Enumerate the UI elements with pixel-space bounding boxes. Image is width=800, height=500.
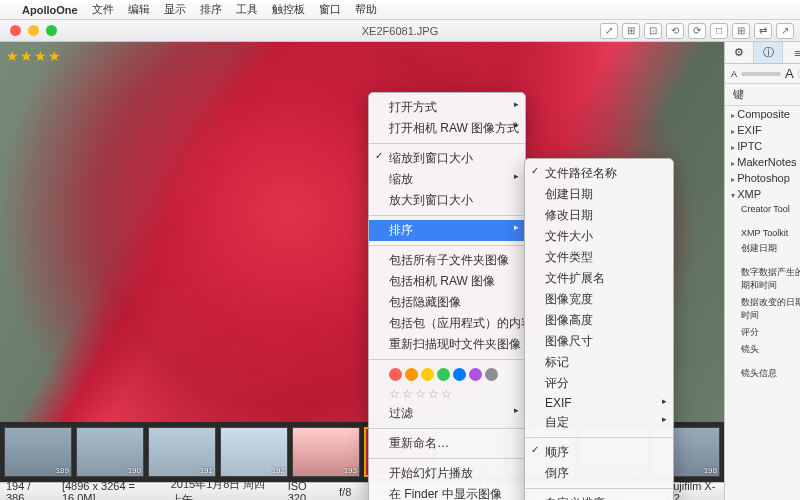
font-size-large-icon[interactable]: A	[785, 66, 794, 81]
menu-item[interactable]: 缩放	[369, 169, 525, 190]
metadata-group[interactable]: IPTC	[725, 138, 800, 154]
menu-item[interactable]: 标记	[525, 352, 673, 373]
inspector-tab[interactable]: ≡	[783, 42, 800, 63]
zoom-button[interactable]	[46, 25, 57, 36]
menu-item[interactable]: 文件大小	[525, 226, 673, 247]
font-slider[interactable]	[741, 72, 781, 76]
menu-item[interactable]: 修改日期	[525, 205, 673, 226]
metadata-group[interactable]: Photoshop	[725, 170, 800, 186]
rating-stars[interactable]: ★★★★	[6, 48, 62, 64]
menu-item[interactable]: 包括相机 RAW 图像	[369, 271, 525, 292]
inspector-tab[interactable]: ⚙	[725, 42, 754, 63]
menubar: ApolloOne 文件 编辑 显示 排序 工具 触控板 窗口 帮助	[0, 0, 800, 20]
col-key: 键	[733, 87, 800, 102]
menu-item[interactable]: EXIF	[525, 394, 673, 412]
color-swatch[interactable]	[421, 368, 434, 381]
menu-item[interactable]: 放大到窗口大小	[369, 190, 525, 211]
menu-item[interactable]: 缩放到窗口大小	[369, 148, 525, 169]
toolbar-fit-icon[interactable]: ⊡	[644, 23, 662, 39]
rating-row[interactable]: ☆☆☆☆☆	[369, 385, 525, 403]
thumbnail[interactable]: 189	[4, 427, 72, 477]
toolbar-compare-icon[interactable]: ⇄	[754, 23, 772, 39]
color-swatch[interactable]	[453, 368, 466, 381]
context-submenu-sort[interactable]: 文件路径名称创建日期修改日期文件大小文件类型文件扩展名图像宽度图像高度图像尺寸标…	[524, 158, 674, 500]
color-swatch[interactable]	[389, 368, 402, 381]
menu-item[interactable]: 包括隐藏图像	[369, 292, 525, 313]
toolbar-rotate-left-icon[interactable]: ⟲	[666, 23, 684, 39]
toolbar-fullscreen-icon[interactable]: ⤢	[600, 23, 618, 39]
metadata-row: 镜头信息10-24mm f/4	[725, 365, 800, 382]
menu-item[interactable]: 自定义排序…	[525, 493, 673, 500]
toolbar-crop-icon[interactable]: □	[710, 23, 728, 39]
menu-item[interactable]: 图像尺寸	[525, 331, 673, 352]
menu-tools[interactable]: 工具	[236, 2, 258, 17]
menu-item[interactable]: 自定	[525, 412, 673, 433]
titlebar: XE2F6081.JPG ⤢ ⊞ ⊡ ⟲ ⟳ □ ⊞ ⇄ ↗	[0, 20, 800, 42]
menu-window[interactable]: 窗口	[319, 2, 341, 17]
menu-item[interactable]: 排序	[369, 220, 525, 241]
metadata-group[interactable]: MakerNotes	[725, 154, 800, 170]
status-counter: 194 / 386	[6, 480, 44, 501]
minimize-button[interactable]	[28, 25, 39, 36]
toolbar: ⤢ ⊞ ⊡ ⟲ ⟳ □ ⊞ ⇄ ↗	[600, 23, 794, 39]
color-swatch[interactable]	[405, 368, 418, 381]
close-button[interactable]	[10, 25, 21, 36]
app-menu[interactable]: ApolloOne	[22, 4, 78, 16]
color-swatch[interactable]	[437, 368, 450, 381]
menu-item[interactable]: 文件扩展名	[525, 268, 673, 289]
thumbnail[interactable]: 191	[148, 427, 216, 477]
metadata-group[interactable]: XMP	[725, 186, 800, 202]
menu-item[interactable]: 评分	[525, 373, 673, 394]
thumbnail[interactable]: 190	[76, 427, 144, 477]
metadata-group[interactable]: EXIF	[725, 122, 800, 138]
metadata-row: 数字数据产生的日期和时间2015:01:08 09:43:52	[725, 264, 800, 294]
toolbar-rotate-right-icon[interactable]: ⟳	[688, 23, 706, 39]
metadata-row: 数据改变的日期和时间2015:01:08 09:43:52	[725, 294, 800, 324]
menu-item[interactable]: 开始幻灯片播放	[369, 463, 525, 484]
menu-item[interactable]: 打开相机 RAW 图像方式	[369, 118, 525, 139]
menu-help[interactable]: 帮助	[355, 2, 377, 17]
menu-item[interactable]: 图像高度	[525, 310, 673, 331]
menu-file[interactable]: 文件	[92, 2, 114, 17]
inspector-tab[interactable]: ⓘ	[754, 42, 783, 63]
context-menu[interactable]: 打开方式打开相机 RAW 图像方式缩放到窗口大小缩放放大到窗口大小排序包括所有子…	[368, 92, 526, 500]
status-dimensions: [4896 x 3264 = 16.0M]	[62, 480, 153, 501]
menu-item[interactable]: 图像宽度	[525, 289, 673, 310]
menu-item[interactable]: 过滤	[369, 403, 525, 424]
menu-item[interactable]: 重新命名…	[369, 433, 525, 454]
toolbar-grid-icon[interactable]: ⊞	[622, 23, 640, 39]
color-swatch[interactable]	[485, 368, 498, 381]
inspector-header: A A	[725, 64, 800, 84]
menu-item[interactable]: 顺序	[525, 442, 673, 463]
menu-view[interactable]: 显示	[164, 2, 186, 17]
menu-item[interactable]: 包括包（应用程式）的内容	[369, 313, 525, 334]
menu-item[interactable]: 文件路径名称	[525, 163, 673, 184]
inspector-tabs: ⚙ⓘ≡◐⊞✎	[725, 42, 800, 64]
thumbnail[interactable]: 193	[292, 427, 360, 477]
menu-item[interactable]: 重新扫描现时文件夹图像	[369, 334, 525, 355]
metadata-row: 评分4	[725, 324, 800, 341]
inspector-columns: 键 数值	[725, 84, 800, 106]
metadata-row: Creator ToolDigital Camera X-E2 Ver3.00	[725, 202, 800, 226]
menu-item[interactable]: 在 Finder 中显示图像	[369, 484, 525, 500]
menu-edit[interactable]: 编辑	[128, 2, 150, 17]
font-size-small-icon[interactable]: A	[731, 69, 737, 79]
menu-item[interactable]: 创建日期	[525, 184, 673, 205]
menu-item[interactable]: 文件类型	[525, 247, 673, 268]
color-label-row[interactable]	[369, 364, 525, 385]
menu-item[interactable]: 包括所有子文件夹图像	[369, 250, 525, 271]
thumbnail[interactable]: 192	[220, 427, 288, 477]
menu-trackpad[interactable]: 触控板	[272, 2, 305, 17]
toolbar-share-icon[interactable]: ↗	[776, 23, 794, 39]
toolbar-panel-icon[interactable]: ⊞	[732, 23, 750, 39]
metadata-row: 创建日期2015:01:08 09:43:52	[725, 240, 800, 264]
metadata-row: 镜头XF10-24mmF4 R OIS	[725, 341, 800, 365]
status-aperture: f/8	[339, 486, 351, 498]
menu-item[interactable]: 倒序	[525, 463, 673, 484]
metadata-group[interactable]: Composite	[725, 106, 800, 122]
menu-item[interactable]: 打开方式	[369, 97, 525, 118]
color-swatch[interactable]	[469, 368, 482, 381]
menu-sort[interactable]: 排序	[200, 2, 222, 17]
window-title: XE2F6081.JPG	[362, 25, 438, 37]
traffic-lights	[0, 25, 57, 36]
